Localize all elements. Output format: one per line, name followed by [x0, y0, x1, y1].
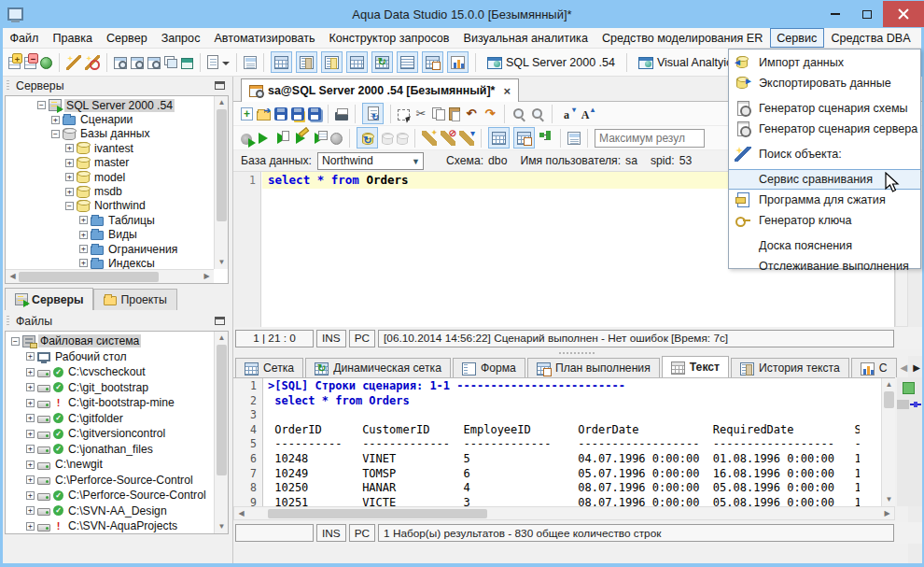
results-tab-План выполнения[interactable]: План выполнения [527, 358, 660, 377]
results-tab-Форма[interactable]: Форма [453, 358, 525, 377]
expand-icon[interactable]: + [79, 259, 88, 267]
find-replace-icon[interactable] [530, 106, 545, 121]
expand-icon[interactable]: + [79, 245, 88, 253]
tree-item[interactable]: −Базы данных [6, 127, 214, 141]
results-vscrollbar[interactable]: ▲ ▼ [881, 378, 895, 506]
view-detail-toggle[interactable] [321, 51, 343, 73]
expand-icon[interactable]: + [26, 399, 35, 407]
menu-item-Импорт данных[interactable]: Импорт данных [729, 52, 920, 73]
undock-icon[interactable] [215, 81, 225, 90]
menu-item-Генератор ключа[interactable]: Генератор ключа [729, 210, 920, 231]
max-results-input[interactable] [595, 129, 705, 148]
splitter-handle[interactable] [233, 349, 922, 356]
view-chart-toggle[interactable] [447, 51, 469, 73]
results-tab-История текста[interactable]: История текста [731, 358, 849, 377]
expand-icon[interactable]: + [26, 506, 35, 515]
scroll-right-icon[interactable]: ▶ [200, 270, 214, 283]
menu-item-Визуальная аналитика[interactable]: Визуальная аналитика [456, 28, 595, 48]
undo-icon[interactable] [464, 106, 479, 121]
autocommit-toggle[interactable] [357, 127, 378, 149]
scroll-left-icon[interactable]: ◀ [234, 507, 248, 520]
results-tab-Сетка[interactable]: Сетка [235, 358, 303, 377]
run-edit-icon[interactable] [293, 131, 308, 146]
menu-item-Средство моделирования ER[interactable]: Средство моделирования ER [595, 28, 769, 48]
menu-item-Конструктор запросов[interactable]: Конструктор запросов [322, 28, 456, 48]
menu-item-Генератор сценария схемы[interactable]: Генератор сценария схемы [729, 98, 920, 119]
scroll-thumb[interactable] [217, 345, 227, 475]
tab-prev-icon[interactable]: ◀ [901, 362, 908, 373]
tree-item[interactable]: +C:\SVN-AA_Design [6, 503, 214, 519]
expand-icon[interactable]: + [26, 352, 35, 361]
run-icon[interactable] [256, 131, 271, 146]
stop-icon[interactable] [330, 133, 343, 145]
menu-item-Сервер[interactable]: Сервер [100, 28, 155, 48]
group-windows-icon[interactable] [181, 58, 193, 69]
tree-item[interactable]: +C:\gitfolder [6, 411, 214, 427]
scroll-thumb[interactable] [884, 391, 894, 408]
unregister-server-icon[interactable] [24, 57, 36, 69]
font-increase-icon[interactable]: A [578, 106, 593, 121]
font-decrease-icon[interactable]: a [559, 106, 574, 121]
menu-item-Доска пояснения[interactable]: Доска пояснения [729, 235, 920, 256]
menu-item-Отслеживание выполнения[interactable]: Отслеживание выполнения [729, 256, 920, 276]
menu-item-Средства DBA[interactable]: Средства DBA [824, 28, 917, 48]
connect-icon[interactable] [422, 131, 437, 146]
wand-detach-icon[interactable] [85, 55, 100, 70]
query-analyzer-icon[interactable] [114, 57, 127, 69]
view-refresh-grid-toggle[interactable] [371, 51, 393, 73]
expand-icon[interactable]: + [79, 216, 88, 224]
expand-icon[interactable]: + [26, 445, 35, 453]
menu-item-Запрос[interactable]: Запрос [154, 28, 207, 48]
query-browser-icon[interactable] [131, 57, 144, 69]
menu-item-Правка[interactable]: Правка [46, 28, 100, 48]
connect-server-icon[interactable] [40, 57, 52, 69]
tab-next-icon[interactable]: ▶ [913, 362, 920, 373]
expand-icon[interactable]: + [79, 231, 88, 239]
wand-attach-icon[interactable] [66, 55, 81, 70]
scroll-down-icon[interactable]: ▼ [882, 493, 895, 506]
tree-item[interactable]: +C:\gitversioncontrol [6, 426, 214, 442]
save-all-icon[interactable] [308, 107, 321, 120]
view-grid-toggle[interactable] [271, 51, 292, 73]
expand-icon[interactable]: + [51, 116, 60, 124]
minimize-button[interactable] [819, 1, 851, 27]
dropdown-arrow-icon[interactable] [222, 55, 230, 70]
menu-item-Генератор сценария сервера[interactable]: Генератор сценария сервера [729, 119, 920, 139]
results-tab-Динамическая сетка[interactable]: Динамическая сетка [305, 358, 451, 377]
menu-item-Автоматизировать[interactable]: Автоматизировать [207, 28, 322, 48]
expand-icon[interactable]: + [65, 159, 74, 167]
run-to-file-icon[interactable] [274, 131, 289, 146]
tree-item[interactable]: +Ограничения [6, 242, 214, 256]
tree-item[interactable]: −Northwind [6, 199, 214, 213]
scroll-left-icon[interactable]: ◀ [6, 270, 20, 283]
tree-item[interactable]: +Индексы [6, 256, 214, 269]
expand-icon[interactable]: + [26, 461, 35, 469]
collapse-icon[interactable]: − [37, 101, 46, 109]
history-log-icon[interactable] [567, 132, 581, 145]
tree-item[interactable]: +C:\git_bootstrap [6, 380, 214, 396]
panel-tab-Серверы[interactable]: Серверы [5, 288, 93, 310]
explain-tree-icon[interactable] [539, 131, 553, 146]
servers-vscrollbar[interactable]: ▲ ▼ [214, 96, 228, 269]
view-table-toggle[interactable] [346, 51, 368, 73]
expand-icon[interactable]: + [65, 173, 74, 181]
tree-item[interactable]: +C:\SVN-AquaProjects [6, 518, 214, 533]
expand-icon[interactable]: + [26, 475, 35, 484]
open-file-icon[interactable] [257, 111, 271, 120]
script-document-icon[interactable] [244, 56, 257, 69]
tree-item[interactable]: −SQL Server 2000 .54 [6, 98, 214, 112]
tree-item[interactable]: +C:\git-bootstrap-mine [6, 395, 214, 411]
tree-item[interactable]: +Сценарии [6, 112, 214, 126]
collapse-icon[interactable]: − [65, 202, 74, 210]
cascade-windows-icon[interactable] [167, 59, 177, 68]
rollback-icon[interactable] [397, 133, 408, 145]
view-join-toggle[interactable] [422, 51, 443, 73]
files-vscrollbar[interactable]: ▲ ▼ [214, 332, 228, 533]
scroll-up-icon[interactable]: ▲ [215, 96, 229, 109]
tree-item[interactable]: +master [6, 156, 214, 170]
expand-icon[interactable]: + [65, 144, 74, 152]
tree-item[interactable]: +model [6, 170, 214, 184]
reload-file-toggle[interactable] [362, 103, 384, 124]
tree-item[interactable]: +Рабочий стол [6, 349, 214, 365]
scroll-up-icon[interactable]: ▲ [215, 332, 229, 345]
